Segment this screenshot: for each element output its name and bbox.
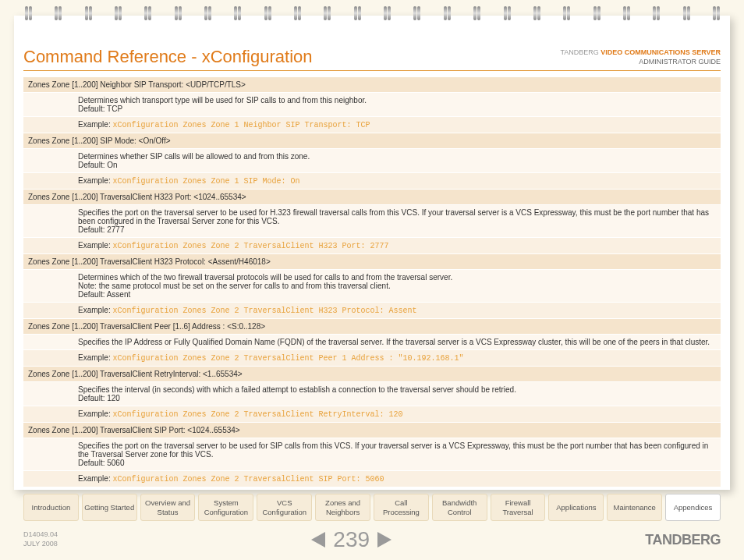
ring-icon (592, 6, 601, 25)
config-example: Example: xConfiguration Zones Zone 2 Tra… (23, 238, 721, 254)
ring-icon (622, 6, 631, 25)
config-desc: Determines which transport type will be … (23, 93, 721, 117)
ring-icon (502, 6, 512, 25)
page-footer: D14049.04 JULY 2008 239 TANDBERG (23, 527, 721, 552)
config-heading: Zones Zone [1..200] Neighbor SIP Transpo… (23, 77, 721, 93)
config-desc: Specifies the port on the traversal serv… (23, 438, 721, 471)
config-desc: Determines whether SIP calls will be all… (23, 149, 721, 173)
ring-icon (711, 6, 721, 25)
ring-icon (113, 6, 122, 25)
ring-icon (263, 6, 272, 25)
config-desc: Determines which of the two firewall tra… (23, 270, 721, 303)
config-example-row: Example: xConfiguration Zones Zone 2 Tra… (23, 350, 721, 367)
config-heading-row: Zones Zone [1..200] Neighbor SIP Transpo… (23, 77, 721, 93)
page-number: 239 (333, 527, 370, 552)
config-example: Example: xConfiguration Zones Zone 2 Tra… (23, 303, 721, 319)
ring-icon (23, 6, 33, 25)
ring-icon (322, 6, 331, 25)
config-desc-row: Specifies the interval (in seconds) with… (23, 382, 721, 406)
tab-call-processing[interactable]: Call Processing (374, 494, 429, 521)
config-heading-row: Zones Zone [1..200] TraversalClient H323… (23, 190, 721, 205)
config-example-row: Example: xConfiguration Zones Zone 2 Tra… (23, 406, 721, 423)
ring-icon (173, 6, 182, 25)
tab-appendices[interactable]: Appendices (665, 494, 721, 521)
doc-number: D14049.04 (23, 530, 58, 540)
product-label: VIDEO COMMUNICATIONS SERVER (601, 48, 721, 56)
page-header: Command Reference - xConfiguration TANDB… (23, 47, 721, 71)
config-example-row: Example: xConfiguration Zones Zone 2 Tra… (23, 303, 721, 319)
config-heading-row: Zones Zone [1..200] TraversalClient H323… (23, 254, 721, 270)
config-example: Example: xConfiguration Zones Zone 1 Nei… (23, 117, 721, 133)
tab-zones-and-neighbors[interactable]: Zones and Neighbors (315, 494, 370, 521)
tab-getting-started[interactable]: Getting Started (82, 494, 137, 521)
config-desc: Specifies the IP Address or Fully Qualif… (23, 335, 721, 350)
tab-applications[interactable]: Applications (548, 494, 604, 521)
ring-icon (472, 6, 481, 25)
tab-introduction[interactable]: Introduction (23, 494, 79, 521)
config-desc-row: Specifies the IP Address or Fully Qualif… (23, 335, 721, 350)
config-heading-row: Zones Zone [1..200] TraversalClient Retr… (23, 367, 721, 382)
tab-bandwidth-control[interactable]: Bandwidth Control (432, 494, 487, 521)
config-heading: Zones Zone [1..200] TraversalClient SIP … (23, 423, 721, 438)
config-example-row: Example: xConfiguration Zones Zone 1 Nei… (23, 117, 721, 133)
ring-icon (562, 6, 571, 25)
document-page: Command Reference - xConfiguration TANDB… (14, 16, 730, 490)
config-heading: Zones Zone [1..200] TraversalClient Retr… (23, 367, 721, 382)
config-desc-row: Determines which transport type will be … (23, 93, 721, 117)
config-example-row: Example: xConfiguration Zones Zone 2 Tra… (23, 238, 721, 254)
header-right: TANDBERG VIDEO COMMUNICATIONS SERVER ADM… (560, 48, 721, 67)
tab-vcs-configuration[interactable]: VCS Configuration (257, 494, 312, 521)
page-title: Command Reference - xConfiguration (23, 47, 313, 67)
config-example: Example: xConfiguration Zones Zone 2 Tra… (23, 406, 721, 423)
ring-icon (143, 6, 152, 25)
tab-overview-and-status[interactable]: Overview and Status (140, 494, 196, 521)
config-example-row: Example: xConfiguration Zones Zone 1 SIP… (23, 173, 721, 190)
config-desc-row: Specifies the port on the traversal serv… (23, 438, 721, 471)
tab-firewall-traversal[interactable]: Firewall Traversal (491, 494, 546, 521)
guide-label: ADMINISTRATOR GUIDE (560, 57, 721, 67)
config-heading-row: Zones Zone [1..200] TraversalClient SIP … (23, 423, 721, 438)
doc-date: JULY 2008 (23, 540, 58, 549)
doc-id: D14049.04 JULY 2008 (23, 530, 58, 548)
prev-page-arrow-icon[interactable] (311, 532, 325, 548)
next-page-arrow-icon[interactable] (377, 532, 391, 548)
config-example: Example: xConfiguration Zones Zone 2 Tra… (23, 350, 721, 367)
config-heading-row: Zones Zone [1..200] TraversalClient Peer… (23, 319, 721, 335)
tab-system-configuration[interactable]: System Configuration (198, 494, 253, 521)
config-desc: Specifies the port on the traversal serv… (23, 205, 721, 238)
config-desc: Specifies the interval (in seconds) with… (23, 382, 721, 406)
config-example: Example: xConfiguration Zones Zone 1 SIP… (23, 173, 721, 190)
config-heading: Zones Zone [1..200] TraversalClient H323… (23, 190, 721, 205)
ring-icon (532, 6, 541, 25)
pager: 239 (311, 527, 391, 552)
ring-icon (412, 6, 421, 25)
config-desc-row: Determines which of the two firewall tra… (23, 270, 721, 303)
tab-maintenance[interactable]: Maintenance (607, 494, 662, 521)
ring-icon (682, 6, 691, 25)
ring-icon (353, 6, 362, 25)
config-desc-row: Determines whether SIP calls will be all… (23, 149, 721, 173)
footer-logo: TANDBERG (645, 532, 721, 548)
config-desc-row: Specifies the port on the traversal serv… (23, 205, 721, 238)
spiral-binding (23, 6, 721, 30)
config-example-row: Example: xConfiguration Zones Zone 2 Tra… (23, 471, 721, 487)
config-example: Example: xConfiguration Zones Zone 2 Tra… (23, 471, 721, 487)
ring-icon (442, 6, 452, 25)
ring-icon (292, 6, 302, 25)
config-heading: Zones Zone [1..200] TraversalClient Peer… (23, 319, 721, 335)
ring-icon (232, 6, 242, 25)
ring-icon (203, 6, 212, 25)
ring-icon (83, 6, 93, 25)
ring-icon (651, 6, 661, 25)
brand-label: TANDBERG (560, 48, 598, 56)
nav-tabs: IntroductionGetting StartedOverview and … (23, 494, 721, 521)
ring-icon (382, 6, 391, 25)
ring-icon (53, 6, 62, 25)
config-heading: Zones Zone [1..200] SIP Mode: <On/Off> (23, 133, 721, 149)
config-heading-row: Zones Zone [1..200] SIP Mode: <On/Off> (23, 133, 721, 149)
config-heading: Zones Zone [1..200] TraversalClient H323… (23, 254, 721, 270)
reference-table: Zones Zone [1..200] Neighbor SIP Transpo… (23, 77, 721, 487)
